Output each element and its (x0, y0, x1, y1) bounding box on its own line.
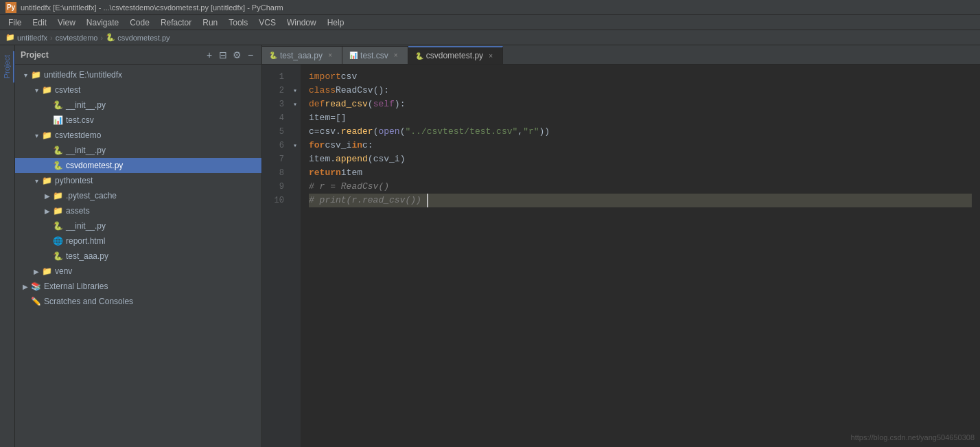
tab-test_aaa[interactable]: 🐍test_aaa.py× (262, 46, 342, 64)
tree-label-init2: __init__.py (66, 146, 106, 155)
collapse-btn[interactable]: ⊟ (218, 49, 229, 60)
fold-marker-7 (290, 152, 301, 166)
tree-item-venv[interactable]: ▶📁venv (15, 264, 261, 279)
tree-icon-root: 📁 (30, 69, 41, 80)
folder-icon: 📁 (5, 33, 15, 42)
project-tree: ▾📁untitledfx E:\untitledfx▾📁csvtest🐍__in… (15, 65, 261, 447)
tab-close-test_csv[interactable]: × (391, 51, 401, 60)
tab-csvdometest[interactable]: 🐍csvdometest.py× (408, 46, 503, 64)
fold-marker-10 (290, 194, 301, 207)
tree-icon-python: 🐍 (52, 145, 63, 156)
menu-edit[interactable]: Edit (27, 16, 52, 29)
project-side-label[interactable]: Project (1, 51, 14, 82)
tree-item-testcsv[interactable]: 📊test.csv (15, 113, 261, 128)
menubar: FileEditViewNavigateCodeRefactorRunTools… (0, 15, 980, 30)
tree-label-pytest_cache: .pytest_cache (66, 191, 117, 200)
add-file-btn[interactable]: + (204, 49, 215, 60)
fold-marker-2[interactable]: ▾ (290, 84, 301, 98)
titlebar: Py untitledfx [E:\untitledfx] - ...\csvt… (0, 0, 980, 15)
line-number-3: 3 (262, 98, 284, 111)
tree-label-report: report.html (66, 236, 105, 246)
code-content[interactable]: import csvclass ReadCsv(): def read_csv(… (301, 65, 980, 447)
tree-icon-python: 🐍 (52, 160, 63, 171)
menu-run[interactable]: Run (197, 16, 223, 29)
fold-marker-3[interactable]: ▾ (290, 98, 301, 111)
tree-item-pytest_cache[interactable]: ▶📁.pytest_cache (15, 188, 261, 203)
tree-arrow-pytest_cache: ▶ (43, 192, 52, 200)
close-sidebar-btn[interactable]: − (245, 49, 256, 60)
code-line-8: return item (309, 166, 972, 180)
tree-label-csvtest: csvtest (55, 85, 80, 95)
code-line-4: item = [] (309, 111, 972, 125)
tree-icon-folder: 📁 (52, 205, 63, 216)
tree-item-test_aaa[interactable]: 🐍test_aaa.py (15, 249, 261, 264)
tree-arrow-venv: ▶ (32, 268, 41, 275)
tree-label-test_aaa: test_aaa.py (66, 251, 108, 261)
tree-icon-scratch: ✏️ (30, 296, 41, 307)
menu-tools[interactable]: Tools (223, 16, 253, 29)
tab-label-test_aaa: test_aaa.py (280, 51, 323, 60)
tree-item-scratches[interactable]: ✏️Scratches and Consoles (15, 294, 261, 309)
tree-arrow-pythontest: ▾ (32, 177, 41, 185)
menu-refactor[interactable]: Refactor (155, 16, 197, 29)
tree-icon-ext-lib: 📚 (30, 281, 41, 292)
fold-marker-9 (290, 180, 301, 194)
tree-item-untitledfx[interactable]: ▾📁untitledfx E:\untitledfx (15, 67, 261, 82)
tree-icon-python: 🐍 (52, 100, 63, 111)
tree-icon-html: 🌐 (52, 236, 63, 247)
tree-item-init2[interactable]: 🐍__init__.py (15, 143, 261, 158)
menu-file[interactable]: File (3, 16, 27, 29)
tree-item-assets[interactable]: ▶📁assets (15, 203, 261, 218)
breadcrumb: 📁untitledfx › csvtestdemo › 🐍csvdometest… (0, 30, 980, 45)
python-file-icon: 🐍 (106, 33, 115, 42)
breadcrumb-part-0[interactable]: untitledfx (17, 34, 47, 42)
sidebar-header: Project + ⊟ ⚙ − (15, 45, 261, 65)
tree-icon-folder: 📁 (52, 190, 63, 201)
menu-vcs[interactable]: VCS (253, 16, 281, 29)
tree-label-pythontest: pythontest (55, 176, 93, 185)
menu-view[interactable]: View (52, 16, 81, 29)
tree-item-pythontest[interactable]: ▾📁pythontest (15, 173, 261, 188)
line-number-1: 1 (262, 70, 284, 84)
text-cursor (421, 194, 428, 207)
tree-item-extlib[interactable]: ▶📚External Libraries (15, 279, 261, 294)
watermark: https://blog.csdn.net/yang504650308 (851, 433, 975, 442)
tree-label-assets: assets (66, 206, 90, 216)
side-label-bar: Project (0, 45, 15, 447)
tab-icon-python: 🐍 (415, 52, 423, 60)
tab-close-test_aaa[interactable]: × (325, 51, 335, 60)
tree-arrow-extlib: ▶ (21, 283, 30, 290)
tree-icon-python: 🐍 (52, 220, 63, 231)
tree-icon-folder: 📁 (41, 175, 52, 186)
line-number-6: 6 (262, 139, 284, 152)
tree-item-csvdometest[interactable]: 🐍csvdometest.py (15, 158, 261, 173)
tab-close-csvdometest[interactable]: × (486, 51, 495, 60)
tree-label-scratches: Scratches and Consoles (44, 297, 133, 306)
tree-label-testcsv: test.csv (66, 115, 94, 125)
tab-label-test_csv: test.csv (360, 51, 388, 60)
breadcrumb-part-1[interactable]: csvtestdemo (56, 34, 98, 42)
menu-code[interactable]: Code (124, 16, 155, 29)
code-line-1: import csv (309, 70, 972, 84)
tree-item-report[interactable]: 🌐report.html (15, 233, 261, 249)
breadcrumb-part-2[interactable]: csvdometest.py (117, 34, 170, 42)
menu-help[interactable]: Help (322, 16, 350, 29)
tree-item-init3[interactable]: 🐍__init__.py (15, 218, 261, 233)
tree-item-init1[interactable]: 🐍__init__.py (15, 98, 261, 113)
menu-window[interactable]: Window (281, 16, 322, 29)
menu-navigate[interactable]: Navigate (81, 16, 124, 29)
breadcrumb-sep: › (50, 34, 53, 42)
code-area[interactable]: 12345678910 ▾▾▾ import csvclass ReadCsv(… (262, 65, 980, 447)
settings-btn[interactable]: ⚙ (231, 49, 242, 60)
tree-item-csvtest[interactable]: ▾📁csvtest (15, 82, 261, 98)
tree-label-extlib: External Libraries (44, 282, 108, 291)
fold-marker-1 (290, 70, 301, 84)
tab-test_csv[interactable]: 📊test.csv× (342, 46, 408, 64)
line-number-10: 10 (262, 194, 284, 207)
fold-marker-6[interactable]: ▾ (290, 139, 301, 152)
code-line-10: # print(r.read_csv()) (309, 194, 972, 207)
tree-item-csvtestdemo[interactable]: ▾📁csvtestdemo (15, 128, 261, 143)
tree-label-init3: __init__.py (66, 221, 106, 231)
tree-label-csvdometest: csvdometest.py (66, 161, 123, 170)
tree-arrow-assets: ▶ (43, 207, 52, 215)
